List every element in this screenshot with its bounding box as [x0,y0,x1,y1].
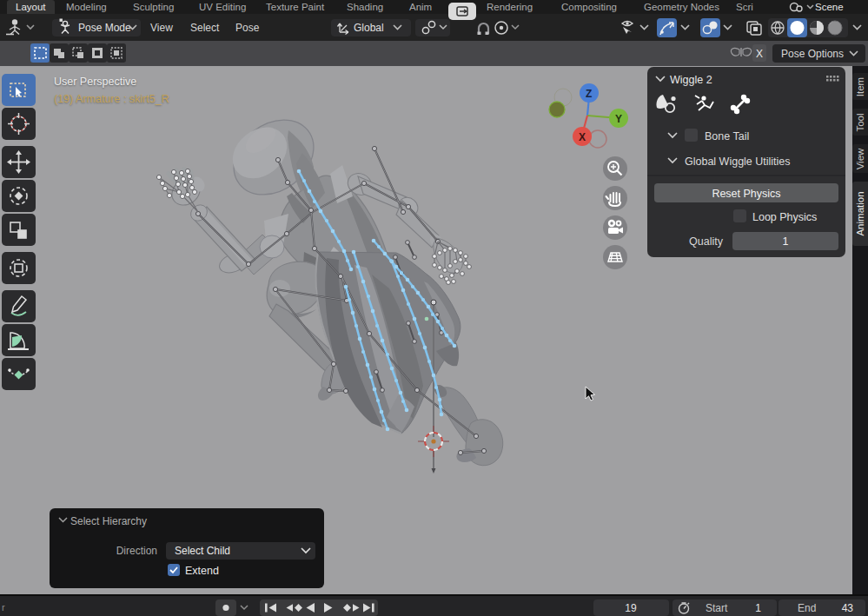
svg-text:Extend: Extend [185,565,219,577]
svg-text:Bone Tail: Bone Tail [705,130,749,142]
svg-text:X: X [579,131,586,143]
svg-text:Pose Options: Pose Options [781,48,844,60]
svg-text:r: r [2,602,5,613]
svg-text:Pose Mode: Pose Mode [78,22,131,34]
svg-text:43: 43 [842,602,854,614]
svg-text:Start: Start [706,602,728,614]
svg-text:X: X [756,48,763,60]
svg-text:Select Child: Select Child [175,545,230,557]
svg-text:1: 1 [783,235,789,248]
svg-text:End: End [798,602,816,614]
svg-text:Quality: Quality [689,235,724,248]
svg-text:Direction: Direction [116,545,157,557]
svg-text:Pose: Pose [235,22,260,34]
svg-text:Wiggle 2: Wiggle 2 [670,74,712,86]
svg-text:Z: Z [586,88,592,100]
svg-text:Reset Physics: Reset Physics [712,188,780,200]
svg-text:Loop Physics: Loop Physics [752,211,817,223]
svg-text:Y: Y [615,113,622,125]
svg-text:1: 1 [755,602,761,614]
svg-text:19: 19 [625,602,637,614]
svg-text:Global: Global [354,22,384,34]
svg-text:View: View [150,22,173,34]
svg-text:Global Wiggle Utilities: Global Wiggle Utilities [685,156,791,168]
svg-text:Select: Select [190,22,220,34]
svg-text:Select Hierarchy: Select Hierarchy [70,515,147,527]
